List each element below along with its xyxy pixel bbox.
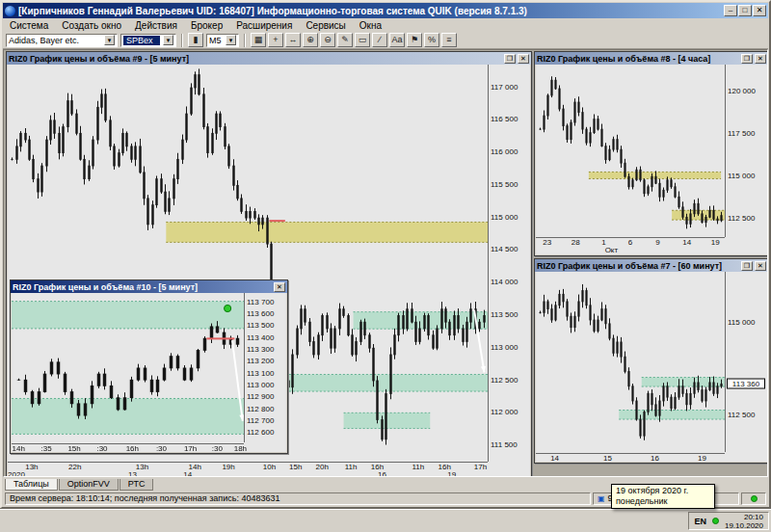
instrument-combo-value: Adidas, Bayer etc. <box>9 36 101 45</box>
desktop: [Кирпичников Геннадий Валерьевич UID: 16… <box>0 0 771 532</box>
taskbar: EN 20:10 19.10.2020 <box>0 509 771 532</box>
chart-8-title-bar[interactable]: RIZ0 График цены и объёма #8 - [4 часа] … <box>535 52 768 65</box>
timeframe-combo[interactable]: M5 ▾ <box>206 34 239 47</box>
price-label: 113 700 <box>247 299 274 306</box>
chart-9-time-axis[interactable]: 13h22h13h14h19h10h15h20h11h16h11h16h17h <box>8 462 488 470</box>
time-label: 16 <box>651 454 659 463</box>
menu-item-5[interactable]: Сервисы <box>299 19 352 32</box>
time-label: 17h <box>184 444 197 453</box>
chart-window-10: RIZ0 График цены и объёма #10 - [5 минут… <box>10 279 288 454</box>
chart-8-price-axis[interactable]: 120 000117 500115 000112 500 <box>725 65 767 237</box>
time-label: 14 <box>183 470 192 477</box>
price-label: 112 500 <box>491 377 518 385</box>
zoom-out-icon[interactable]: ⊖ <box>320 33 335 47</box>
menu-item-4[interactable]: Расширения <box>229 19 299 32</box>
price-label: 112 000 <box>491 409 518 416</box>
connection-status-panel <box>741 492 766 505</box>
time-label: 14h <box>13 444 25 453</box>
maximize-button[interactable]: □ <box>738 5 752 16</box>
time-label: 14 <box>550 454 559 463</box>
class-combo[interactable]: SPBex ▾ <box>120 34 176 47</box>
toolbar-icon-group: ▦+↔⊕⊖✎▭∕Aa⚑%≡ <box>251 33 457 47</box>
close-icon[interactable]: ✕ <box>274 282 285 292</box>
toolbar: Adidas, Bayer etc. ▾ SPBex ▾ ▮ M5 ▾ ▦+↔⊕… <box>3 32 768 49</box>
price-label: 114 500 <box>491 246 518 253</box>
levels-icon[interactable]: ≡ <box>441 33 457 47</box>
current-price-tag: 113 360 <box>727 379 765 389</box>
network-tray-icon[interactable] <box>712 518 719 524</box>
tooltip-weekday: понедельник <box>616 496 710 507</box>
maximize-icon[interactable]: ❐ <box>741 261 753 271</box>
chart-9-price-axis[interactable]: 117 000116 500116 000115 500115 000114 5… <box>488 65 530 462</box>
chart-7-canvas[interactable] <box>536 272 725 452</box>
menu-item-1[interactable]: Создать окно <box>55 19 128 32</box>
minimize-button[interactable]: – <box>724 5 737 16</box>
close-icon[interactable]: ✕ <box>755 261 766 271</box>
menu-item-3[interactable]: Брокер <box>184 19 229 32</box>
flag-icon[interactable]: ⚑ <box>407 33 422 47</box>
chart-10-time-axis[interactable]: 14h:3515h:3016h:3017h:3018h <box>12 443 244 452</box>
chart-7-time-axis[interactable]: 14151619 <box>536 453 725 462</box>
close-icon[interactable]: ✕ <box>518 54 529 64</box>
maximize-icon[interactable]: ❐ <box>741 54 753 64</box>
chevron-down-icon[interactable]: ▾ <box>163 35 173 45</box>
zoom-in-icon[interactable]: ⊕ <box>303 33 318 47</box>
tray-clock[interactable]: 20:10 19.10.2020 <box>725 513 763 530</box>
maximize-icon[interactable]: ❐ <box>504 54 516 64</box>
close-icon[interactable]: ✕ <box>755 54 766 64</box>
chart-10-title-bar[interactable]: RIZ0 График цены и объёма #10 - [5 минут… <box>11 280 287 293</box>
crosshair-icon[interactable]: + <box>268 33 283 47</box>
tab-tables[interactable]: Таблицы <box>5 479 58 491</box>
chart-grid-icon[interactable]: ▦ <box>251 33 266 47</box>
system-tray: EN 20:10 19.10.2020 <box>688 512 769 530</box>
time-label: 2020 <box>8 470 25 477</box>
time-label: 16 <box>378 470 386 477</box>
menu-item-0[interactable]: Система <box>3 19 55 32</box>
percent-icon[interactable]: % <box>424 33 439 47</box>
time-label: Окт <box>605 246 618 254</box>
chevron-down-icon[interactable]: ▾ <box>104 35 115 45</box>
text-tool-icon[interactable]: Aa <box>389 33 405 47</box>
price-label: 113 000 <box>247 382 274 389</box>
tooltip-date: 19 октября 2020 г. <box>616 486 710 496</box>
close-button[interactable]: ✕ <box>753 5 766 16</box>
tab-optionfvv[interactable]: OptionFVV <box>59 479 119 491</box>
chart-7-title-bar[interactable]: RIZ0 График цены и объёма #7 - [60 минут… <box>535 259 768 272</box>
time-label: 18h <box>234 444 247 453</box>
time-label: 19 <box>447 470 456 477</box>
time-label: :35 <box>41 444 52 453</box>
class-combo-value: SPBex <box>123 36 160 45</box>
mdi-area: RIZ0 График цены и объёма #9 - [5 минут]… <box>3 49 768 477</box>
chart-8-time-axis[interactable]: 23281691419 <box>536 237 725 246</box>
time-label: 15h <box>67 444 80 453</box>
chevron-down-icon[interactable]: ▾ <box>226 35 236 45</box>
price-label: 113 200 <box>247 358 274 365</box>
instrument-combo[interactable]: Adidas, Bayer etc. ▾ <box>6 34 118 47</box>
chart-8-title: RIZ0 График цены и объёма #8 - [4 часа] <box>537 54 739 64</box>
chart-window-8: RIZ0 График цены и объёма #8 - [4 часа] … <box>534 51 768 256</box>
pan-icon[interactable]: ↔ <box>285 33 301 47</box>
pencil-icon[interactable]: ✎ <box>337 33 353 47</box>
price-label: 112 700 <box>247 417 274 425</box>
tray-date: 19.10.2020 <box>725 521 763 530</box>
timeframe-value: M5 <box>209 36 223 45</box>
price-label: 120 000 <box>728 88 756 95</box>
chart-7-price-axis[interactable]: 115 000112 500113 360 <box>725 272 767 452</box>
chart-9-title-bar[interactable]: RIZ0 График цены и объёма #9 - [5 минут]… <box>7 52 531 65</box>
price-label: 112 800 <box>247 406 274 413</box>
eraser-icon[interactable]: ▭ <box>355 33 370 47</box>
chart-10-price-axis[interactable]: 113 700113 600113 500113 400113 300113 2… <box>244 293 286 442</box>
chart-8-canvas[interactable] <box>536 65 725 237</box>
menu-item-2[interactable]: Действия <box>128 19 184 32</box>
chart-10-canvas[interactable] <box>12 293 244 442</box>
trendline-icon[interactable]: ∕ <box>372 33 387 47</box>
language-indicator[interactable]: EN <box>694 517 706 526</box>
tab-rts[interactable]: РТС <box>120 479 154 491</box>
menu-item-6[interactable]: Окна <box>353 19 388 32</box>
candle-chart-icon[interactable]: ▮ <box>188 33 203 47</box>
menu-bar: СистемаСоздать окноДействияБрокерРасшире… <box>3 19 768 32</box>
time-label: 19 <box>698 454 706 463</box>
chart-8-plot <box>536 65 725 237</box>
price-label: 116 500 <box>491 116 518 123</box>
title-bar[interactable]: [Кирпичников Геннадий Валерьевич UID: 16… <box>3 3 768 18</box>
